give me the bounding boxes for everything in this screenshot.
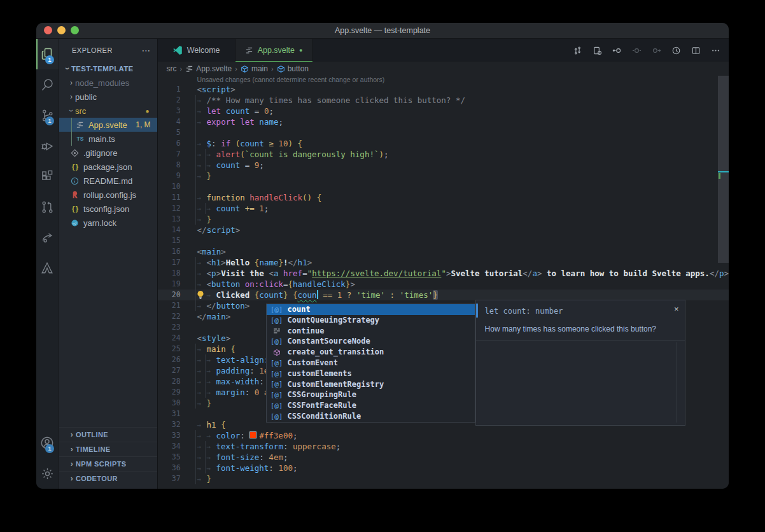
chevron-right-icon: ›: [67, 92, 75, 101]
titlebar[interactable]: App.svelte — test-template: [36, 23, 729, 39]
code-line-36[interactable]: 36→→font-weight: 100;: [158, 463, 729, 473]
tab-whitespace-icon: →: [197, 474, 207, 485]
code-line-35[interactable]: 35→→font-size: 4em;: [158, 452, 729, 463]
tree-root-test-template[interactable]: › TEST-TEMPLATE: [59, 62, 157, 76]
lightbulb-icon[interactable]: [196, 290, 205, 302]
token: https://svelte.dev/tutorial: [312, 269, 441, 278]
sidebar-section-outline[interactable]: ›OUTLINE: [59, 427, 157, 442]
activitybar-azure[interactable]: [36, 253, 59, 283]
code-line-1[interactable]: 1<script>: [158, 84, 729, 95]
tree-item-node_modules[interactable]: ›node_modules: [59, 76, 157, 90]
code-line-10[interactable]: 10: [158, 181, 729, 192]
tree-item-main.ts[interactable]: TSmain.ts: [59, 132, 157, 146]
tree-item-tsconfig.json[interactable]: {}tsconfig.json: [59, 202, 157, 216]
tab-app-svelte[interactable]: App.svelte●: [235, 39, 313, 62]
code-line-4[interactable]: 4→export let name;: [158, 116, 729, 127]
tab-welcome[interactable]: Welcome: [158, 39, 235, 62]
next-change-icon[interactable]: [649, 43, 663, 57]
scrollbar[interactable]: [718, 76, 729, 263]
sidebar-section-timeline[interactable]: ›TIMELINE: [59, 442, 157, 456]
token: +=: [245, 204, 260, 213]
activitybar-live-share[interactable]: [36, 222, 59, 253]
code-line-5[interactable]: 5: [158, 127, 729, 138]
suggestion-create_out_transition[interactable]: create_out_transition: [267, 347, 475, 358]
breadcrumb-item-src[interactable]: src: [167, 64, 177, 73]
code-line-19[interactable]: 19→<button on:click={handleClick}>: [158, 279, 729, 290]
code-line-3[interactable]: 3→let count = 0;: [158, 106, 729, 116]
suggestion-CustomEvent[interactable]: [@]CustomEvent: [267, 358, 475, 368]
tree-item-rollup.config.js[interactable]: rollup.config.js: [59, 188, 157, 202]
suggestion-CountQueuingStrategy[interactable]: [@]CountQueuingStrategy: [267, 315, 475, 326]
token: name: [259, 258, 278, 267]
code-line-6[interactable]: 6→$: if (count ≥ 10) {: [158, 138, 729, 149]
code-line-2[interactable]: 2→/** How many times has someone clicked…: [158, 95, 729, 106]
suggestion-CSSConditionRule[interactable]: [@]CSSConditionRule: [267, 411, 475, 422]
more-actions-icon[interactable]: [708, 43, 722, 57]
code-line-9[interactable]: 9→}: [158, 171, 729, 181]
code-line-11[interactable]: 11→function handleClick() {: [158, 192, 729, 203]
breadcrumb-item-main[interactable]: main: [241, 64, 268, 73]
activitybar-github-pull-requests[interactable]: [36, 192, 59, 222]
tree-item-src[interactable]: ›src●: [59, 104, 157, 118]
activitybar-run-debug[interactable]: [36, 130, 59, 161]
source-control-graph-icon[interactable]: [570, 43, 584, 57]
tree-item-App.svelte[interactable]: App.svelte1, M: [59, 118, 157, 132]
code-line-16[interactable]: 16<main>: [158, 246, 729, 257]
tree-item-.gitignore[interactable]: .gitignore: [59, 146, 157, 160]
suggestion-count[interactable]: [@]count: [267, 304, 475, 315]
split-editor-icon[interactable]: [689, 43, 703, 57]
tree-item-public[interactable]: ›public: [59, 90, 157, 104]
close-icon[interactable]: ×: [674, 304, 679, 314]
previous-change-icon: [632, 46, 642, 55]
explorer-more-actions-icon[interactable]: ⋯: [142, 45, 151, 55]
file-history-icon[interactable]: [669, 43, 683, 57]
suggestion-customElements[interactable]: [@]customElements: [267, 368, 475, 379]
line-number: 34: [158, 441, 181, 452]
breadcrumb[interactable]: src›App.svelte›main›button: [158, 62, 729, 76]
code-line-14[interactable]: 14</script>: [158, 225, 729, 235]
tree-item-package.json[interactable]: {}package.json: [59, 160, 157, 174]
code-line-15[interactable]: 15: [158, 235, 729, 246]
code-line-13[interactable]: 13→}: [158, 214, 729, 225]
pull-request-icon: [40, 200, 55, 214]
code-line-33[interactable]: 33→→color: #ff3e00;: [158, 430, 729, 441]
activitybar-accounts[interactable]: 1: [36, 428, 59, 458]
suggestion-ConstantSourceNode[interactable]: [@]ConstantSourceNode: [267, 336, 475, 347]
code-line-20[interactable]: 20→Clicked {count} {coun == 1 ? 'time' :…: [158, 290, 729, 300]
chevron-right-icon: ›: [68, 445, 76, 454]
activitybar-settings[interactable]: [36, 458, 59, 489]
previous-change-icon[interactable]: [629, 43, 643, 57]
unsaved-dot-icon[interactable]: ●: [299, 47, 302, 53]
suggestion-continue[interactable]: continue: [267, 326, 475, 337]
explorer-sidebar: EXPLORER ⋯ › TEST-TEMPLATE ›node_modules…: [59, 39, 158, 489]
token: to learn how to build Svelte apps.: [542, 269, 709, 278]
breadcrumb-item-app-svelte[interactable]: App.svelte: [185, 64, 232, 73]
sidebar-section-npm-scripts[interactable]: ›NPM SCRIPTS: [59, 456, 157, 471]
token: >: [226, 312, 231, 321]
token: p: [211, 269, 216, 278]
code-line-12[interactable]: 12→→count += 1;: [158, 203, 729, 214]
activitybar-search[interactable]: [36, 69, 59, 100]
token: :: [249, 366, 259, 375]
suggestion-CustomElementRegistry[interactable]: [@]CustomElementRegistry: [267, 379, 475, 390]
code-line-7[interactable]: 7→→alert(`count is dangerously high!`);: [158, 149, 729, 160]
code-line-34[interactable]: 34→→text-transform: uppercase;: [158, 441, 729, 452]
tree-item-yarn.lock[interactable]: yarn.lock: [59, 216, 157, 230]
suggestion-CSSGroupingRule[interactable]: [@]CSSGroupingRule: [267, 389, 475, 400]
code-line-17[interactable]: 17→<h1>Hello {name}!</h1>: [158, 257, 729, 268]
activitybar-extensions[interactable]: [36, 161, 59, 192]
token: main: [207, 312, 226, 321]
code-line-18[interactable]: 18→<p>Visit the <a href="https://svelte.…: [158, 268, 729, 279]
tree-item-README.md[interactable]: README.md: [59, 174, 157, 188]
suggestion-CSSFontFaceRule[interactable]: [@]CSSFontFaceRule: [267, 400, 475, 411]
breadcrumb-item-button[interactable]: button: [277, 64, 309, 73]
code-line-8[interactable]: 8→→count = 9;: [158, 160, 729, 171]
sidebar-section-codetour[interactable]: ›CODETOUR: [59, 471, 157, 486]
activitybar-source-control[interactable]: 1: [36, 100, 59, 130]
editor-content[interactable]: Unsaved changes (cannot determine recent…: [158, 76, 729, 489]
open-previous-change-icon[interactable]: [610, 43, 624, 57]
activitybar-explorer[interactable]: 1: [36, 39, 59, 69]
open-changes-icon[interactable]: [590, 43, 604, 57]
token: <: [197, 247, 202, 256]
code-line-37[interactable]: 37→}: [158, 473, 729, 484]
